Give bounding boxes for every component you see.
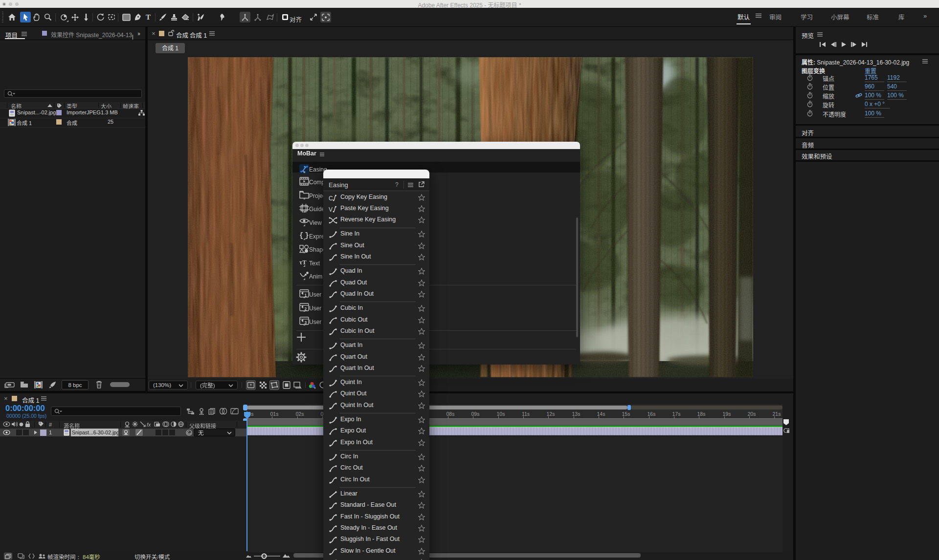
- svg-text:T: T: [146, 13, 151, 21]
- svg-text:C: C: [329, 194, 333, 201]
- svg-text:V: V: [329, 206, 333, 213]
